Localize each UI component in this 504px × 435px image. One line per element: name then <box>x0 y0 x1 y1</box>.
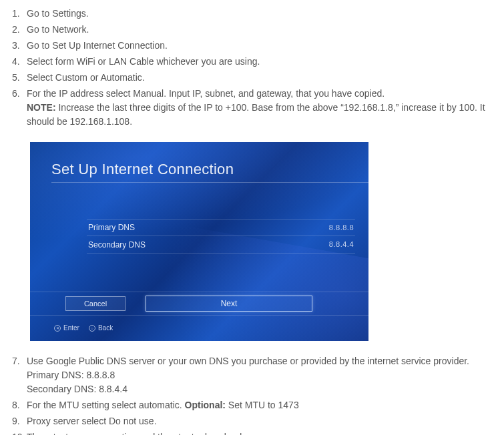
step-2: Go to Network. <box>27 23 501 37</box>
enter-hint: ✕ Enter <box>54 323 79 333</box>
step-7-secondary: Secondary DNS: 8.8.4.4 <box>27 384 128 394</box>
screenshot-wrap: Set Up Internet Connection Primary DNS 8… <box>30 142 501 341</box>
primary-dns-label: Primary DNS <box>88 222 135 234</box>
step-10: Then, test your connection and then try … <box>27 430 501 435</box>
note-text: Increase the last three digits of the IP… <box>27 102 485 127</box>
step-8-text: For the MTU setting select automatic. <box>27 400 185 410</box>
step-8: For the MTU setting select automatic. Op… <box>27 398 501 412</box>
button-row: Cancel Next <box>30 292 368 316</box>
screen-title: Set Up Internet Connection <box>51 158 234 180</box>
primary-dns-row[interactable]: Primary DNS 8.8.8.8 <box>87 219 355 236</box>
dns-settings: Primary DNS 8.8.8.8 Secondary DNS 8.8.4.… <box>87 219 355 254</box>
step-7-text: Use Google Public DNS server or your own… <box>27 356 469 366</box>
secondary-dns-label: Secondary DNS <box>88 239 146 251</box>
step-5: Select Custom or Automatic. <box>27 71 501 85</box>
x-icon: ✕ <box>54 325 61 332</box>
step-7-primary: Primary DNS: 8.8.8.8 <box>27 370 115 380</box>
step-9: Proxy server select Do not use. <box>27 414 501 428</box>
instruction-list: Go to Settings. Go to Network. Go to Set… <box>3 7 501 435</box>
note-label: NOTE: <box>27 102 56 113</box>
secondary-dns-row[interactable]: Secondary DNS 8.8.4.4 <box>87 236 355 254</box>
back-hint: ○ Back <box>89 323 113 333</box>
hint-row: ✕ Enter ○ Back <box>54 323 113 333</box>
title-divider <box>51 182 368 183</box>
primary-dns-value: 8.8.8.8 <box>329 222 355 234</box>
step-7: Use Google Public DNS server or your own… <box>27 354 501 396</box>
circle-icon: ○ <box>89 325 95 332</box>
step-1: Go to Settings. <box>27 7 501 21</box>
enter-label: Enter <box>63 323 79 333</box>
step-4: Select form WiFi or LAN Cable whichever … <box>27 55 501 69</box>
step-3: Go to Set Up Internet Connection. <box>27 39 501 53</box>
optional-label: Optional: <box>185 400 226 410</box>
ps4-screen: Set Up Internet Connection Primary DNS 8… <box>30 142 368 341</box>
optional-text: Set MTU to 1473 <box>226 400 299 410</box>
step-6-text: For the IP address select Manual. Input … <box>27 88 385 99</box>
cancel-button[interactable]: Cancel <box>65 296 125 311</box>
next-button[interactable]: Next <box>146 296 312 312</box>
back-label: Back <box>98 323 113 333</box>
secondary-dns-value: 8.8.4.4 <box>329 239 355 250</box>
step-6: For the IP address select Manual. Input … <box>27 87 501 341</box>
